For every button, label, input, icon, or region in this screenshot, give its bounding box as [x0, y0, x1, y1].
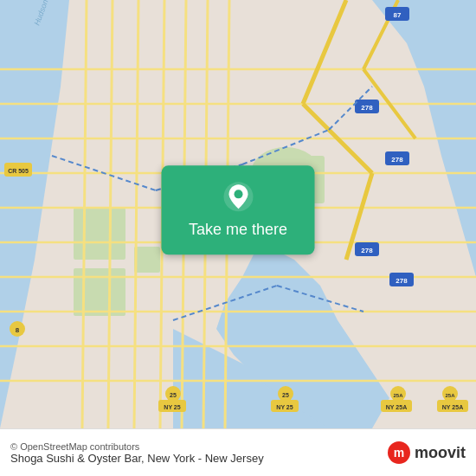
moovit-icon: m — [387, 441, 411, 465]
svg-rect-5 — [74, 208, 125, 260]
svg-point-70 — [234, 190, 242, 198]
svg-text:278: 278 — [361, 247, 373, 254]
take-me-there-label: Take me there — [189, 221, 287, 239]
svg-text:25: 25 — [170, 392, 177, 398]
svg-text:278: 278 — [361, 104, 373, 112]
bottom-left: © OpenStreetMap contributors Shoga Sushi… — [10, 441, 387, 465]
svg-text:87: 87 — [394, 11, 402, 19]
svg-rect-7 — [134, 247, 160, 273]
svg-text:CR 505: CR 505 — [8, 168, 29, 174]
bottom-bar: © OpenStreetMap contributors Shoga Sushi… — [0, 428, 476, 476]
svg-text:NY 25A: NY 25A — [442, 404, 463, 410]
svg-text:m: m — [394, 446, 404, 460]
svg-rect-6 — [74, 268, 125, 316]
moovit-logo: m moovit — [387, 441, 466, 465]
moovit-text: moovit — [415, 444, 466, 462]
location-label: Shoga Sushi & Oyster Bar, New York - New… — [10, 452, 387, 465]
svg-text:NY 25: NY 25 — [164, 404, 180, 410]
svg-text:8: 8 — [16, 326, 20, 334]
map-container: 8 25 25 25A 25A 278 278 278 278 87 CR 50… — [0, 0, 476, 428]
attribution-text: © OpenStreetMap contributors — [10, 441, 387, 452]
svg-text:278: 278 — [396, 277, 408, 285]
svg-text:25: 25 — [282, 392, 289, 398]
svg-text:25A: 25A — [393, 393, 403, 398]
svg-text:25A: 25A — [445, 393, 455, 398]
svg-text:278: 278 — [391, 156, 403, 164]
take-me-there-button[interactable]: Take me there — [162, 165, 315, 254]
location-pin-icon — [222, 181, 254, 212]
svg-text:NY 25A: NY 25A — [386, 404, 407, 410]
svg-text:NY 25: NY 25 — [276, 404, 293, 410]
